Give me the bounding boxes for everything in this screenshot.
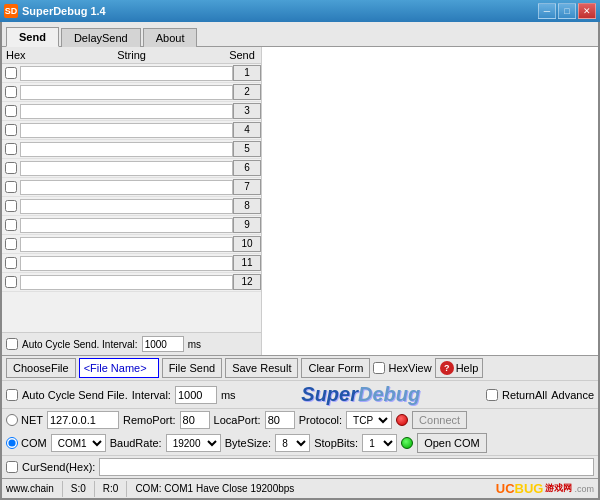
send-checkbox-11[interactable] bbox=[5, 257, 17, 269]
send-input-4[interactable] bbox=[20, 123, 233, 138]
send-row: 9 bbox=[2, 216, 261, 235]
local-port-input[interactable] bbox=[265, 411, 295, 429]
open-com-button[interactable]: Open COM bbox=[417, 433, 487, 453]
cursend-input[interactable] bbox=[99, 458, 594, 476]
close-button[interactable]: ✕ bbox=[578, 3, 596, 19]
send-checkbox-7[interactable] bbox=[5, 181, 17, 193]
auto-cycle-checkbox[interactable] bbox=[6, 338, 18, 350]
local-port-label: LocaPort: bbox=[214, 414, 261, 426]
send-checkbox-6[interactable] bbox=[5, 162, 17, 174]
send-checkbox-3[interactable] bbox=[5, 105, 17, 117]
send-row: 1 bbox=[2, 64, 261, 83]
send-input-12[interactable] bbox=[20, 275, 233, 290]
auto-cycle-interval[interactable]: 1000 bbox=[142, 336, 184, 352]
send-input-3[interactable] bbox=[20, 104, 233, 119]
send-btn-7[interactable]: 7 bbox=[233, 179, 261, 195]
send-btn-3[interactable]: 3 bbox=[233, 103, 261, 119]
send-btn-2[interactable]: 2 bbox=[233, 84, 261, 100]
send-checkbox-2[interactable] bbox=[5, 86, 17, 98]
send-row: 10 bbox=[2, 235, 261, 254]
send-input-11[interactable] bbox=[20, 256, 233, 271]
send-btn-5[interactable]: 5 bbox=[233, 141, 261, 157]
send-row-check-6 bbox=[2, 162, 20, 174]
return-all-label: ReturnAll bbox=[502, 389, 547, 401]
toolbar-row2: Auto Cycle Send File. Interval: ms Super… bbox=[2, 381, 598, 409]
send-input-5[interactable] bbox=[20, 142, 233, 157]
clear-form-button[interactable]: Clear Form bbox=[301, 358, 370, 378]
minimize-button[interactable]: ─ bbox=[538, 3, 556, 19]
send-checkbox-5[interactable] bbox=[5, 143, 17, 155]
send-btn-8[interactable]: 8 bbox=[233, 198, 261, 214]
send-row: 8 bbox=[2, 197, 261, 216]
send-input-1[interactable] bbox=[20, 66, 233, 81]
send-row: 7 bbox=[2, 178, 261, 197]
auto-cycle-file-label: Auto Cycle Send File. bbox=[22, 389, 128, 401]
auto-cycle-row: Auto Cycle Send. Interval: 1000 ms bbox=[2, 332, 261, 355]
help-button[interactable]: ? Help bbox=[435, 358, 484, 378]
choose-file-button[interactable]: ChooseFile bbox=[6, 358, 76, 378]
send-btn-11[interactable]: 11 bbox=[233, 255, 261, 271]
send-input-9[interactable] bbox=[20, 218, 233, 233]
send-btn-4[interactable]: 4 bbox=[233, 122, 261, 138]
send-input-6[interactable] bbox=[20, 161, 233, 176]
send-row-check-1 bbox=[2, 67, 20, 79]
net-radio[interactable] bbox=[6, 414, 18, 426]
auto-cycle-unit: ms bbox=[188, 339, 201, 350]
com-radio[interactable] bbox=[6, 437, 18, 449]
cursend-label: CurSend(Hex): bbox=[22, 461, 95, 473]
send-row-check-5 bbox=[2, 143, 20, 155]
auto-cycle-label: Auto Cycle Send. Interval: bbox=[22, 339, 138, 350]
tab-send[interactable]: Send bbox=[6, 27, 59, 47]
right-panel[interactable] bbox=[262, 47, 598, 355]
superdebug-title: SuperDebug bbox=[240, 383, 482, 406]
window-title: SuperDebug 1.4 bbox=[22, 5, 106, 17]
tab-about[interactable]: About bbox=[143, 28, 198, 47]
send-checkbox-1[interactable] bbox=[5, 67, 17, 79]
send-input-8[interactable] bbox=[20, 199, 233, 214]
send-checkbox-8[interactable] bbox=[5, 200, 17, 212]
send-btn-9[interactable]: 9 bbox=[233, 217, 261, 233]
send-row-check-9 bbox=[2, 219, 20, 231]
send-row: 11 bbox=[2, 254, 261, 273]
send-checkbox-4[interactable] bbox=[5, 124, 17, 136]
status-sep1 bbox=[62, 481, 63, 497]
logo-site: 游戏网 bbox=[545, 482, 572, 495]
send-btn-1[interactable]: 1 bbox=[233, 65, 261, 81]
send-checkbox-10[interactable] bbox=[5, 238, 17, 250]
title-bar: SD SuperDebug 1.4 ─ □ ✕ bbox=[0, 0, 600, 22]
com-select[interactable]: COM1 COM2 COM3 bbox=[51, 434, 106, 452]
cursend-checkbox[interactable] bbox=[6, 461, 18, 473]
interval-input[interactable] bbox=[175, 386, 217, 404]
send-btn-6[interactable]: 6 bbox=[233, 160, 261, 176]
baud-rate-select[interactable]: 19200 9600 115200 bbox=[166, 434, 221, 452]
send-row: 4 bbox=[2, 121, 261, 140]
send-table-header: Hex String Send bbox=[2, 47, 261, 64]
byte-size-select[interactable]: 8 7 bbox=[275, 434, 310, 452]
send-input-2[interactable] bbox=[20, 85, 233, 100]
protocol-label: Protocol: bbox=[299, 414, 342, 426]
connect-button[interactable]: Connect bbox=[412, 411, 467, 429]
maximize-button[interactable]: □ bbox=[558, 3, 576, 19]
col-header-hex: Hex bbox=[6, 49, 36, 61]
send-btn-12[interactable]: 12 bbox=[233, 274, 261, 290]
hexview-checkbox[interactable] bbox=[373, 362, 385, 374]
auto-cycle-file-checkbox[interactable] bbox=[6, 389, 18, 401]
tab-delaysend[interactable]: DelaySend bbox=[61, 28, 141, 47]
help-label: Help bbox=[456, 362, 479, 374]
send-checkbox-12[interactable] bbox=[5, 276, 17, 288]
protocol-select[interactable]: TCP UDP bbox=[346, 411, 392, 429]
file-name-display: <File Name> bbox=[79, 358, 159, 378]
main-window: Send DelaySend About Hex String Send 1 2 bbox=[0, 22, 600, 500]
return-all-checkbox[interactable] bbox=[486, 389, 498, 401]
save-result-button[interactable]: Save Result bbox=[225, 358, 298, 378]
send-row: 2 bbox=[2, 83, 261, 102]
send-btn-10[interactable]: 10 bbox=[233, 236, 261, 252]
send-checkbox-9[interactable] bbox=[5, 219, 17, 231]
remote-port-input[interactable] bbox=[180, 411, 210, 429]
send-input-7[interactable] bbox=[20, 180, 233, 195]
net-ip-input[interactable] bbox=[47, 411, 119, 429]
send-input-10[interactable] bbox=[20, 237, 233, 252]
file-send-button[interactable]: File Send bbox=[162, 358, 222, 378]
stop-bits-select[interactable]: 1 2 bbox=[362, 434, 397, 452]
send-row: 5 bbox=[2, 140, 261, 159]
